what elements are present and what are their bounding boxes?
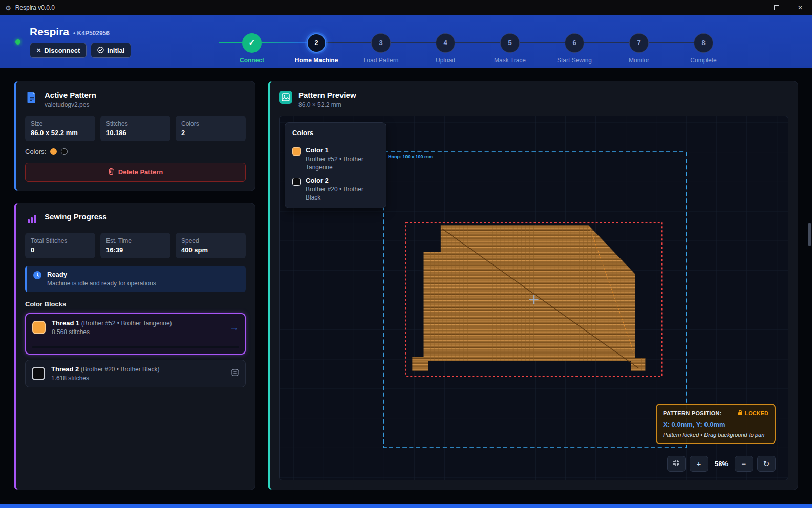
- stepper-connector: [520, 42, 565, 43]
- step-label: Load Pattern: [364, 57, 399, 64]
- clock-icon: [33, 271, 42, 282]
- pattern-preview-card: Pattern Preview 86.0 × 52.2 mm: [268, 81, 798, 490]
- image-icon: [279, 91, 292, 104]
- machine-status-box: Ready Machine is idle and ready for oper…: [25, 266, 246, 292]
- step-load-pattern[interactable]: 3 Load Pattern: [371, 33, 391, 53]
- colors-legend-panel: Colors Color 1 Brother #52 • Brother Tan…: [285, 122, 386, 208]
- pattern-position-label: PATTERN POSITION:: [663, 410, 722, 416]
- legend-swatch-black: [292, 178, 301, 186]
- thread-block-1[interactable]: Thread 1 (Brother #52 • Brother Tangerin…: [25, 313, 246, 355]
- preview-canvas[interactable]: Hoop: 100 x 100 mm Colors Color 1 Brothe…: [279, 116, 788, 480]
- color-blocks-label: Color Blocks: [25, 300, 246, 308]
- stepper-connector: [455, 42, 500, 43]
- disconnect-label: Disconnect: [44, 47, 80, 54]
- thread-2-name: Thread 2: [51, 365, 79, 373]
- stepper-connector: [326, 42, 371, 43]
- stepper-connector: [262, 42, 307, 43]
- sewing-progress-title: Sewing Progress: [45, 212, 107, 221]
- delete-pattern-label: Delete Pattern: [118, 168, 163, 176]
- minimize-button[interactable]: [741, 0, 765, 15]
- check-circle-icon: [97, 47, 104, 54]
- stat-stitches: Stitches 10.186: [100, 116, 170, 141]
- maximize-button[interactable]: [765, 0, 788, 15]
- brand-block: Respira • K4P502956 ✕ Disconnect Initial: [30, 26, 219, 58]
- step-label: Complete: [690, 57, 716, 64]
- window-controls: ✕: [741, 0, 812, 15]
- status-title: Ready: [47, 271, 156, 278]
- pan-hint: Pattern locked • Drag background to pan: [663, 432, 768, 438]
- step-complete[interactable]: 8 Complete: [694, 33, 713, 53]
- pattern-filename: valetudogv2.pes: [45, 101, 96, 108]
- thread-2-detail: (Brother #20 • Brother Black): [81, 366, 160, 373]
- step-label: Connect: [240, 57, 264, 64]
- delete-pattern-button[interactable]: Delete Pattern: [25, 163, 246, 182]
- minimize-icon: [751, 8, 756, 8]
- thread-1-stitches: 8.568 stitches: [52, 328, 223, 336]
- fit-to-screen-button[interactable]: [667, 456, 686, 472]
- thread-2-stitches: 1.618 stitches: [51, 374, 225, 382]
- app-header: Respira • K4P502956 ✕ Disconnect Initial…: [0, 15, 812, 68]
- sewing-progress-card: Sewing Progress Total Stitches 0 Est. Ti…: [14, 203, 255, 490]
- left-column: Active Pattern valetudogv2.pes Size 86.0…: [14, 81, 255, 490]
- legend-color-2: Color 2 Brother #20 • Brother Black: [292, 176, 378, 202]
- step-home-machine[interactable]: 2 Home Machine: [307, 33, 326, 53]
- right-column: Pattern Preview 86.0 × 52.2 mm: [268, 81, 798, 490]
- legend-swatch-tangerine: [292, 147, 301, 156]
- stepper-lead-line: [219, 42, 242, 43]
- thread-1-name: Thread 1: [52, 319, 79, 327]
- step-mask-trace[interactable]: 5 Mask Trace: [500, 33, 520, 53]
- arrow-right-icon: →: [229, 322, 239, 333]
- stepper-connector: [391, 42, 436, 43]
- close-icon: ✕: [798, 4, 803, 11]
- thread-block-2[interactable]: Thread 2 (Brother #20 • Brother Black) 1…: [25, 360, 246, 387]
- step-label: Start Sewing: [557, 57, 592, 64]
- thread-2-swatch: [32, 367, 45, 380]
- trash-icon: [108, 168, 114, 176]
- active-pattern-card: Active Pattern valetudogv2.pes Size 86.0…: [14, 81, 255, 191]
- bar-chart-icon: [25, 212, 38, 226]
- pattern-position-box: PATTERN POSITION: LOCKED X: 0.0mm, Y: 0.…: [656, 404, 776, 444]
- pattern-coordinates: X: 0.0mm, Y: 0.0mm: [663, 421, 768, 428]
- zoom-level: 58%: [712, 460, 731, 468]
- file-icon: [25, 91, 38, 104]
- app-name: Respira: [30, 26, 69, 38]
- step-connect[interactable]: ✓ Connect: [242, 33, 262, 53]
- step-label: Home Machine: [295, 57, 338, 64]
- window-scrollbar-thumb[interactable]: [808, 223, 811, 246]
- step-check-icon: ✓: [248, 38, 255, 48]
- step-monitor[interactable]: 7 Monitor: [629, 33, 649, 53]
- colors-label: Colors:: [25, 148, 46, 156]
- workflow-stepper: ✓ Connect 2 Home Machine 3 Load Pattern …: [219, 33, 802, 53]
- pattern-colors-row: Colors:: [25, 148, 246, 156]
- lock-icon: [738, 410, 743, 417]
- close-button[interactable]: ✕: [788, 0, 812, 15]
- zoom-in-button[interactable]: +: [690, 456, 708, 472]
- stat-total-stitches: Total Stitches 0: [25, 233, 95, 258]
- disconnect-x-icon: ✕: [36, 47, 41, 54]
- disconnect-button[interactable]: ✕ Disconnect: [30, 43, 87, 58]
- refresh-view-button[interactable]: ↻: [757, 456, 776, 472]
- initial-button[interactable]: Initial: [91, 43, 131, 58]
- color-dot-black: [61, 148, 68, 155]
- zoom-controls: + 58% − ↻: [667, 456, 776, 472]
- step-start-sewing[interactable]: 6 Start Sewing: [565, 33, 584, 53]
- stat-est-time: Est. Time 16:39: [100, 233, 170, 258]
- stepper-connector: [649, 42, 694, 43]
- maximize-icon: [774, 5, 779, 10]
- titlebar: ⚙ Respira v0.0.0 ✕: [0, 0, 812, 15]
- zoom-out-button[interactable]: −: [735, 456, 753, 472]
- color-dot-tangerine: [50, 148, 57, 155]
- layers-icon: [231, 368, 239, 379]
- pattern-preview-title: Pattern Preview: [298, 91, 356, 99]
- step-upload[interactable]: 4 Upload: [436, 33, 455, 53]
- step-label: Monitor: [629, 57, 649, 64]
- fit-icon: [673, 459, 680, 468]
- pattern-dimensions: 86.0 × 52.2 mm: [298, 101, 356, 108]
- stepper-connector: [584, 42, 629, 43]
- thread-1-detail: (Brother #52 • Brother Tangerine): [81, 320, 172, 327]
- stat-colors: Colors 2: [176, 116, 246, 141]
- colors-panel-title: Colors: [292, 129, 378, 141]
- step-label: Upload: [436, 57, 455, 64]
- locked-badge: LOCKED: [738, 410, 768, 417]
- window-title: Respira v0.0.0: [15, 4, 55, 11]
